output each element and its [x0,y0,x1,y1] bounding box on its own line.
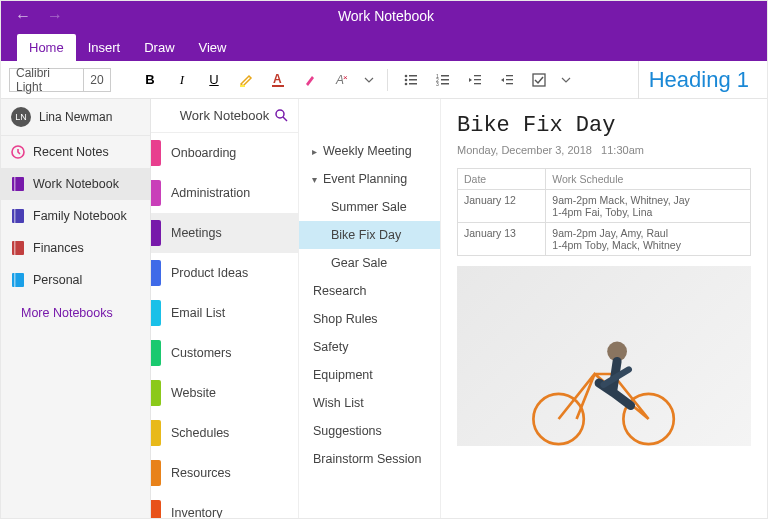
indent-button[interactable] [494,67,520,93]
section-item[interactable]: Product Ideas [151,253,298,293]
ink-color-button[interactable] [297,67,323,93]
section-color-tab [151,220,161,246]
notebook-item[interactable]: Work Notebook [1,168,150,200]
section-item[interactable]: Meetings [151,213,298,253]
font-size-field[interactable]: 20 [84,69,110,91]
font-selector[interactable]: Calibri Light 20 [9,68,111,92]
more-format-button[interactable] [361,67,377,93]
section-color-tab [151,180,161,206]
table-row[interactable]: January 139am-2pm Jay, Amy, Raul1-4pm To… [458,223,751,256]
search-button[interactable] [274,108,288,122]
page-item[interactable]: Safety [299,333,440,361]
table-cell[interactable]: 9am-2pm Mack, Whitney, Jay1-4pm Fai, Tob… [546,190,751,223]
table-header: Date [458,169,546,190]
bullet-list-button[interactable] [398,67,424,93]
section-color-tab [151,420,161,446]
section-item[interactable]: Administration [151,173,298,213]
table-cell[interactable]: January 12 [458,190,546,223]
font-color-icon: A [270,72,286,88]
notebook-item[interactable]: Recent Notes [1,136,150,168]
svg-rect-20 [506,75,513,76]
clear-format-button[interactable]: A× [329,67,355,93]
page-item[interactable]: Brainstorm Session [299,445,440,473]
svg-point-9 [405,82,408,85]
svg-point-5 [405,74,408,77]
page-item[interactable]: Summer Sale [299,193,440,221]
forward-button[interactable]: → [47,7,63,25]
page-content[interactable]: Bike Fix Day Monday, December 3, 2018 11… [441,99,767,519]
outdent-button[interactable] [462,67,488,93]
table-cell[interactable]: January 13 [458,223,546,256]
page-timestamp: Monday, December 3, 2018 11:30am [457,144,751,156]
section-item[interactable]: Inventory [151,493,298,519]
italic-button[interactable]: I [169,67,195,93]
page-item[interactable]: ▸Weekly Meeting [299,137,440,165]
notebook-item[interactable]: Personal [1,264,150,296]
page-label: Bike Fix Day [331,228,401,242]
notebook-icon [11,208,25,224]
svg-text:3: 3 [436,81,439,87]
bullets-icon [403,72,419,88]
heading-style-selector[interactable]: Heading 1 [638,61,759,99]
numbers-icon: 123 [435,72,451,88]
notebook-item[interactable]: Finances [1,232,150,264]
page-item[interactable]: Wish List [299,389,440,417]
section-item[interactable]: Onboarding [151,133,298,173]
section-color-tab [151,460,161,486]
number-list-button[interactable]: 123 [430,67,456,93]
section-label: Inventory [171,506,222,519]
more-notebooks-link[interactable]: More Notebooks [1,296,150,330]
page-item[interactable]: Gear Sale [299,249,440,277]
page-item[interactable]: Suggestions [299,417,440,445]
section-label: Onboarding [171,146,236,160]
ink-icon [302,72,318,88]
svg-rect-19 [474,83,481,84]
chevron-right-icon: ▸ [309,146,319,157]
font-name-field[interactable]: Calibri Light [10,69,84,91]
tab-view[interactable]: View [187,34,239,61]
chevron-down-icon [561,75,571,85]
titlebar: ← → Work Notebook [1,1,767,31]
underline-button[interactable]: U [201,67,227,93]
more-list-button[interactable] [558,67,574,93]
section-label: Administration [171,186,250,200]
notebook-icon [11,176,25,192]
schedule-table[interactable]: DateWork Schedule January 129am-2pm Mack… [457,168,751,256]
section-label: Schedules [171,426,229,440]
tab-home[interactable]: Home [17,34,76,61]
section-item[interactable]: Schedules [151,413,298,453]
highlight-button[interactable] [233,67,259,93]
page-label: Safety [313,340,348,354]
svg-rect-16 [441,83,449,85]
user-account[interactable]: LN Lina Newman [1,99,150,136]
font-color-button[interactable]: A [265,67,291,93]
tab-bar: HomeInsertDrawView [1,31,767,61]
page-item[interactable]: Shop Rules [299,305,440,333]
notebook-item[interactable]: Family Notebook [1,200,150,232]
page-item[interactable]: Equipment [299,361,440,389]
section-color-tab [151,140,161,166]
section-item[interactable]: Email List [151,293,298,333]
section-item[interactable]: Resources [151,453,298,493]
page-title[interactable]: Bike Fix Day [457,113,751,138]
notebook-label: Family Notebook [33,209,127,223]
section-item[interactable]: Customers [151,333,298,373]
section-item[interactable]: Website [151,373,298,413]
page-item[interactable]: Bike Fix Day [299,221,440,249]
svg-rect-2 [272,85,284,87]
tab-insert[interactable]: Insert [76,34,133,61]
svg-rect-10 [409,83,417,85]
notebook-label: Finances [33,241,84,255]
svg-point-33 [276,110,284,118]
back-button[interactable]: ← [15,7,31,25]
embedded-image[interactable] [457,266,751,446]
page-item[interactable]: Research [299,277,440,305]
table-cell[interactable]: 9am-2pm Jay, Amy, Raul1-4pm Toby, Mack, … [546,223,751,256]
svg-rect-26 [14,177,16,191]
highlight-icon [238,72,254,88]
tab-draw[interactable]: Draw [132,34,186,61]
page-item[interactable]: ▾Event Planning [299,165,440,193]
todo-button[interactable] [526,67,552,93]
bold-button[interactable]: B [137,67,163,93]
table-row[interactable]: January 129am-2pm Mack, Whitney, Jay1-4p… [458,190,751,223]
